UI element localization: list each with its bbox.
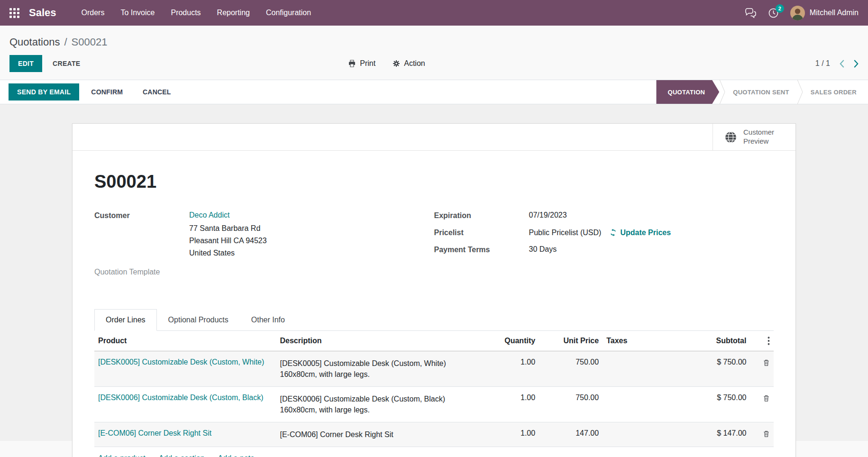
customer-preview-button[interactable]: Customer Preview (713, 124, 795, 150)
send-by-email-button[interactable]: SEND BY EMAIL (9, 83, 79, 101)
col-quantity: Quantity (485, 331, 539, 351)
expiration-label: Expiration (434, 211, 529, 220)
notebook-tabs: Order Lines Optional Products Other Info (94, 309, 774, 331)
tab-order-lines[interactable]: Order Lines (94, 309, 157, 331)
globe-icon (724, 131, 737, 144)
user-menu[interactable]: Mitchell Admin (790, 6, 859, 20)
update-prices-label: Update Prices (620, 228, 671, 237)
add-product-link[interactable]: Add a product (98, 454, 146, 457)
breadcrumb-quotations[interactable]: Quotations (9, 36, 60, 48)
quotation-template-label: Quotation Template (94, 267, 160, 276)
add-section-link[interactable]: Add a section (159, 454, 205, 457)
pager-next-icon[interactable] (854, 60, 859, 68)
line-quantity: 1.00 (485, 387, 539, 422)
main-menu: Orders To Invoice Products Reporting Con… (73, 0, 320, 26)
line-taxes (603, 387, 661, 422)
delete-line-icon[interactable] (763, 358, 770, 366)
table-header-row: Product Description Quantity Unit Price … (94, 331, 774, 351)
sheet-button-box: Customer Preview (73, 124, 795, 151)
menu-orders[interactable]: Orders (73, 0, 113, 26)
line-description: [E-COM06] Corner Desk Right Sit (276, 422, 485, 447)
activities-icon[interactable]: 2 (768, 8, 779, 18)
state-quotation-sent[interactable]: QUOTATION SENT (725, 80, 797, 104)
refresh-icon (610, 229, 617, 236)
form-view: Customer Preview S00021 Customer Deco Ad… (0, 104, 868, 441)
create-button[interactable]: CREATE (45, 55, 88, 72)
pricelist-value: Public Pricelist (USD) (529, 228, 602, 237)
line-taxes (603, 422, 661, 447)
state-separator-icon (719, 80, 725, 104)
col-unit-price: Unit Price (539, 331, 603, 351)
breadcrumb: Quotations/S00021 (0, 26, 868, 54)
state-quotation[interactable]: QUOTATION (656, 80, 719, 104)
menu-products[interactable]: Products (163, 0, 209, 26)
product-link[interactable]: [DESK0005] Customizable Desk (Custom, Wh… (98, 358, 264, 366)
pager-previous-icon[interactable] (840, 60, 844, 68)
order-lines-table: Product Description Quantity Unit Price … (94, 331, 774, 447)
statusbar: SEND BY EMAIL CONFIRM CANCEL QUOTATION Q… (0, 80, 868, 104)
cancel-button[interactable]: CANCEL (135, 83, 179, 101)
edit-button[interactable]: EDIT (9, 55, 42, 72)
state-separator-icon (797, 80, 803, 104)
action-label: Action (404, 59, 425, 68)
update-prices-button[interactable]: Update Prices (610, 228, 671, 237)
expiration-value: 07/19/2023 (529, 211, 567, 220)
payment-terms-label: Payment Terms (434, 245, 529, 254)
customer-preview-label: Customer Preview (743, 128, 784, 146)
line-taxes (603, 351, 661, 387)
line-unit-price: 750.00 (539, 351, 603, 387)
pager-value: 1 / 1 (815, 59, 830, 68)
line-unit-price: 750.00 (539, 387, 603, 422)
quotation-sheet: Customer Preview S00021 Customer Deco Ad… (72, 123, 796, 457)
add-note-link[interactable]: Add a note (218, 454, 255, 457)
line-subtotal: $ 147.00 (661, 422, 750, 447)
col-description: Description (276, 331, 485, 351)
state-sales-order[interactable]: SALES ORDER (803, 80, 864, 104)
line-subtotal: $ 750.00 (661, 351, 750, 387)
action-button[interactable]: Action (393, 59, 425, 68)
avatar (790, 6, 805, 20)
printer-icon (348, 60, 356, 67)
messages-icon[interactable] (745, 8, 757, 18)
customer-link[interactable]: Deco Addict (189, 211, 267, 219)
line-description: [DESK0006] Customizable Desk (Custom, Bl… (276, 387, 485, 422)
order-line-row[interactable]: [DESK0005] Customizable Desk (Custom, Wh… (94, 351, 774, 387)
quotation-title: S00021 (94, 172, 774, 192)
product-link[interactable]: [DESK0006] Customizable Desk (Custom, Bl… (98, 393, 264, 402)
user-name: Mitchell Admin (810, 9, 859, 17)
print-label: Print (360, 59, 375, 68)
order-line-row[interactable]: [E-COM06] Corner Desk Right Sit [E-COM06… (94, 422, 774, 447)
breadcrumb-separator: / (64, 36, 67, 48)
menu-configuration[interactable]: Configuration (258, 0, 319, 26)
line-quantity: 1.00 (485, 351, 539, 387)
line-description: [DESK0005] Customizable Desk (Custom, Wh… (276, 351, 485, 387)
order-line-row[interactable]: [DESK0006] Customizable Desk (Custom, Bl… (94, 387, 774, 422)
menu-to-invoice[interactable]: To Invoice (112, 0, 163, 26)
col-product: Product (94, 331, 276, 351)
breadcrumb-current: S00021 (72, 36, 108, 48)
optional-columns-icon[interactable] (754, 337, 770, 345)
gear-icon (393, 60, 400, 67)
line-quantity: 1.00 (485, 422, 539, 447)
line-subtotal: $ 750.00 (661, 387, 750, 422)
menu-reporting[interactable]: Reporting (209, 0, 258, 26)
apps-menu-icon[interactable] (9, 8, 19, 18)
control-panel: EDIT CREATE Print Action (0, 54, 868, 80)
tab-other-info[interactable]: Other Info (240, 309, 296, 331)
tab-optional-products[interactable]: Optional Products (157, 309, 240, 331)
delete-line-icon[interactable] (763, 429, 770, 438)
app-name[interactable]: Sales (29, 7, 56, 19)
delete-line-icon[interactable] (763, 393, 770, 402)
top-navbar: Sales Orders To Invoice Products Reporti… (0, 0, 868, 26)
customer-label: Customer (94, 211, 189, 259)
col-taxes: Taxes (603, 331, 661, 351)
confirm-button[interactable]: CONFIRM (83, 83, 131, 101)
customer-address: 77 Santa Barbara Rd Pleasant Hill CA 945… (189, 222, 267, 259)
print-button[interactable]: Print (348, 59, 375, 68)
line-unit-price: 147.00 (539, 422, 603, 447)
table-footer-links: Add a product Add a section Add a note (94, 447, 774, 457)
product-link[interactable]: [E-COM06] Corner Desk Right Sit (98, 429, 211, 437)
col-subtotal: Subtotal (661, 331, 750, 351)
status-widget: QUOTATION QUOTATION SENT SALES ORDER (656, 80, 868, 104)
activity-badge: 2 (776, 4, 784, 13)
